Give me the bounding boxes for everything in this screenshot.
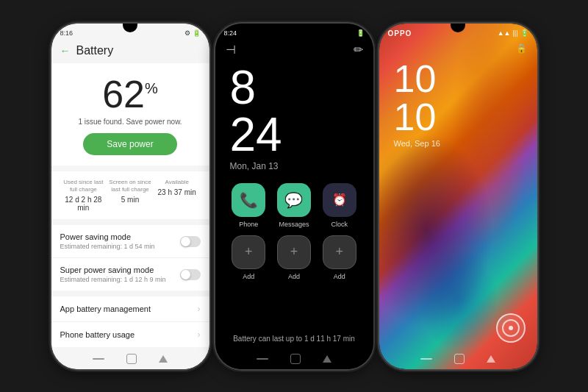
list-item[interactable]: 📞 Phone <box>230 183 268 228</box>
add-app-icon3: + <box>323 235 356 269</box>
dark-hour: 8 <box>230 64 359 111</box>
settings-icon: ⚙ <box>184 29 190 37</box>
chevron-right-icon: › <box>198 304 201 314</box>
phone1: 8:16 ⚙ 🔋 ← Battery 62% 1 issue found. Sa… <box>51 24 209 369</box>
navigation-bar <box>51 349 209 369</box>
circle-widget[interactable] <box>496 313 526 343</box>
back-arrow-icon[interactable]: ← <box>60 45 71 57</box>
dark-date: Mon, Jan 13 <box>215 158 373 171</box>
oppo-battery-icon: 🔋 <box>520 29 528 37</box>
oppo-nav-home[interactable] <box>454 354 465 364</box>
battery-content: 62% 1 issue found. Save power now. Save … <box>51 63 209 349</box>
wifi-icon: ▲▲ <box>498 29 511 37</box>
page-title: Battery <box>76 44 114 57</box>
phone-app-label: Phone <box>239 221 258 228</box>
lock-icon: 🔒 <box>516 43 527 54</box>
oppo-minute: 10 <box>394 98 523 136</box>
super-power-row[interactable]: Super power saving mode Estimated remain… <box>51 258 209 291</box>
battery-issue-text: 1 issue found. Save power now. <box>60 118 201 126</box>
oppo-brand-logo: OPPO <box>388 29 412 38</box>
clock-app-label: Clock <box>331 221 348 228</box>
exit-icon: ⊣ <box>226 43 236 57</box>
battery-icon: 🔋 <box>193 29 201 37</box>
power-saving-toggle[interactable] <box>180 236 201 247</box>
oppo-time-display: 10 10 <box>379 54 537 136</box>
phone2: 8:24 🔋 ⊣ ✏ 8 24 Mon, Jan 13 📞 Phone <box>215 24 373 369</box>
dark-lock-screen: 8:24 🔋 ⊣ ✏ 8 24 Mon, Jan 13 📞 Phone <box>215 24 373 369</box>
dark-nav-back[interactable] <box>323 355 331 363</box>
power-saving-title: Power saving mode <box>60 232 155 241</box>
battery-header: ← Battery <box>51 40 209 63</box>
status-icons: ⚙ 🔋 <box>184 29 201 37</box>
oppo-date: Wed, Sep 16 <box>379 136 537 148</box>
battery-screen: 8:16 ⚙ 🔋 ← Battery 62% 1 issue found. Sa… <box>51 24 209 369</box>
dark-minute: 24 <box>230 111 359 158</box>
nav-back-icon[interactable] <box>159 355 168 363</box>
dark-nav-home[interactable] <box>290 354 301 364</box>
nav-home-icon[interactable] <box>126 354 137 364</box>
stat-screen-value: 5 min <box>107 196 154 204</box>
list-item[interactable]: + Add <box>230 235 268 280</box>
lock-icon-area: 🔒 <box>379 40 537 54</box>
add-label2: Add <box>288 273 300 280</box>
bottom-widgets <box>379 313 537 349</box>
nav-menu-icon[interactable] <box>93 358 104 360</box>
super-power-title: Super power saving mode <box>60 266 166 274</box>
stat-available-value: 23 h 37 min <box>154 188 201 196</box>
toggle-knob <box>181 237 190 246</box>
list-item[interactable]: ⏰ Clock <box>320 183 359 228</box>
battery-percent-section: 62% 1 issue found. Save power now. Save … <box>51 63 209 165</box>
power-modes-section: Power saving mode Estimated remaining: 1… <box>51 225 209 291</box>
dark-nav-bar <box>215 349 373 369</box>
save-power-button[interactable]: Save power <box>83 133 176 155</box>
power-saving-row[interactable]: Power saving mode Estimated remaining: 1… <box>51 225 209 258</box>
oppo-nav-menu[interactable] <box>420 358 432 360</box>
add-label1: Add <box>243 273 254 280</box>
add-app-icon1: + <box>232 235 265 269</box>
oppo-status-icons: ▲▲ ||| 🔋 <box>498 29 528 38</box>
oppo-hour: 10 <box>394 60 523 98</box>
dark-top-actions: ⊣ ✏ <box>215 40 373 57</box>
dark-battery-icon: 🔋 <box>356 29 365 37</box>
stat-available-label: Available <box>154 179 201 186</box>
dark-time-display: 8 24 <box>215 57 373 158</box>
phone-app-icon: 📞 <box>232 183 265 217</box>
phone-usage-row[interactable]: Phone battery usage › <box>51 322 209 347</box>
oppo-nav-back[interactable] <box>487 355 495 363</box>
status-time: 8:16 <box>60 29 74 37</box>
chevron-right-icon2: › <box>198 329 201 340</box>
circle-dot <box>509 326 513 330</box>
battery-notice: Battery can last up to 1 d 11 h 17 min <box>215 327 373 349</box>
oppo-nav-bar <box>379 349 537 369</box>
dark-status-icons: 🔋 <box>356 29 365 37</box>
clock-app-icon: ⏰ <box>323 183 356 217</box>
app-battery-title: App battery management <box>60 304 151 313</box>
stat-used: Used since last full charge 12 d 2 h 28 … <box>60 179 107 213</box>
stat-available: Available 23 h 37 min <box>154 179 201 213</box>
list-item[interactable]: 💬 Messages <box>275 183 313 228</box>
power-saving-sub: Estimated remaining: 1 d 54 min <box>60 243 155 250</box>
super-power-toggle[interactable] <box>180 269 201 280</box>
dark-status-time: 8:24 <box>224 29 237 37</box>
list-item[interactable]: + Add <box>275 235 313 280</box>
messages-app-label: Messages <box>279 221 309 228</box>
stat-screen-label: Screen on since last full charge <box>107 179 154 194</box>
messages-app-icon: 💬 <box>277 183 311 217</box>
signal-icon: ||| <box>512 29 517 37</box>
toggle-knob2 <box>181 270 190 279</box>
list-item[interactable]: + Add <box>320 235 359 280</box>
dark-nav-menu[interactable] <box>257 358 268 360</box>
super-power-sub: Estimated remaining: 1 d 12 h 9 min <box>60 276 166 283</box>
stat-used-value: 12 d 2 h 28 min <box>60 196 107 212</box>
oppo-content: OPPO ▲▲ ||| 🔋 🔒 10 10 Wed, Sep 16 <box>379 24 537 369</box>
management-section: App battery management › Phone battery u… <box>51 296 209 347</box>
circle-inner <box>502 319 520 337</box>
edit-icon: ✏ <box>354 43 363 57</box>
app-battery-row[interactable]: App battery management › <box>51 296 209 322</box>
stat-used-label: Used since last full charge <box>60 179 107 194</box>
add-label3: Add <box>334 273 345 280</box>
app-grid: 📞 Phone 💬 Messages ⏰ Clock + Add + A <box>215 171 373 280</box>
add-app-icon2: + <box>277 235 311 269</box>
phone3: OPPO ▲▲ ||| 🔋 🔒 10 10 Wed, Sep 16 <box>379 24 537 369</box>
battery-stats: Used since last full charge 12 d 2 h 28 … <box>51 171 209 220</box>
